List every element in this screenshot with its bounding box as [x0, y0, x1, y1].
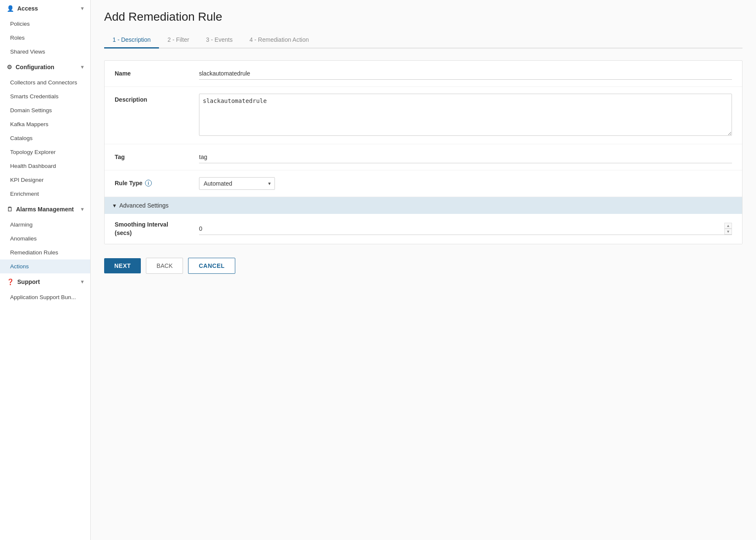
sidebar-item-policies[interactable]: Policies [0, 17, 90, 31]
advanced-settings-header[interactable]: ▾ Advanced Settings [105, 197, 742, 214]
rule-type-select[interactable]: Automated Manual [199, 177, 275, 190]
smoothing-input[interactable] [199, 223, 732, 235]
advanced-settings-label: Advanced Settings [119, 202, 169, 209]
sidebar-item-remediation[interactable]: Remediation Rules [0, 246, 90, 259]
bottom-actions: NEXT BACK CANCEL [104, 258, 743, 274]
rule-type-row: Rule Type i Automated Manual ▾ [105, 170, 742, 197]
sidebar-section-alarms-label: Alarms Management [16, 206, 74, 213]
person-icon: 👤 [7, 5, 14, 12]
sidebar-item-kafka[interactable]: Kafka Mappers [0, 117, 90, 131]
sidebar-section-support-label: Support [17, 278, 40, 285]
sidebar-section-access-label: Access [17, 5, 38, 12]
sidebar-item-domain[interactable]: Domain Settings [0, 103, 90, 117]
smoothing-input-wrapper: ▲ ▼ [199, 223, 732, 235]
sidebar-section-support[interactable]: ❓ Support ▾ [0, 273, 90, 290]
main-content: Add Remediation Rule 1 - Description 2 -… [91, 0, 756, 540]
rule-type-label: Rule Type i [115, 177, 199, 186]
description-row: Description slackautomatedrule [105, 87, 742, 144]
smoothing-label: Smoothing Interval(secs) [115, 221, 199, 237]
next-button[interactable]: NEXT [104, 258, 141, 273]
sidebar-item-shared-views[interactable]: Shared Views [0, 45, 90, 59]
description-label: Description [115, 94, 199, 103]
name-label: Name [115, 68, 199, 77]
sidebar-item-anomalies[interactable]: Anomalies [0, 232, 90, 246]
sidebar-item-actions[interactable]: Actions [0, 259, 90, 273]
sidebar-item-catalogs[interactable]: Catalogs [0, 131, 90, 145]
sidebar-item-roles[interactable]: Roles [0, 31, 90, 45]
support-chevron-icon: ▾ [81, 279, 83, 285]
tab-filter[interactable]: 2 - Filter [159, 32, 197, 49]
tag-control [199, 151, 732, 163]
form-container: Name Description slackautomatedrule Tag … [104, 60, 743, 244]
sidebar-item-smarts[interactable]: Smarts Credentials [0, 89, 90, 103]
sidebar-section-alarms[interactable]: 🗒 Alarms Management ▾ [0, 201, 90, 218]
tabs-container: 1 - Description 2 - Filter 3 - Events 4 … [104, 32, 743, 49]
tab-remediation-action[interactable]: 4 - Remediation Action [241, 32, 317, 49]
advanced-settings-chevron-icon: ▾ [113, 202, 116, 209]
back-button[interactable]: BACK [146, 258, 183, 274]
sidebar-item-topology[interactable]: Topology Explorer [0, 145, 90, 159]
rule-type-select-wrapper: Automated Manual ▾ [199, 177, 275, 190]
configuration-chevron-icon: ▾ [81, 64, 83, 70]
sidebar-item-health[interactable]: Health Dashboard [0, 159, 90, 173]
access-chevron-icon: ▾ [81, 5, 83, 11]
tag-row: Tag [105, 144, 742, 170]
tab-events[interactable]: 3 - Events [198, 32, 241, 49]
tab-description[interactable]: 1 - Description [104, 32, 159, 49]
advanced-settings-body: Smoothing Interval(secs) ▲ ▼ [105, 214, 742, 244]
sidebar-item-app-support[interactable]: Application Support Bun... [0, 290, 90, 304]
spinner-buttons: ▲ ▼ [724, 223, 732, 235]
sidebar-item-enrichment[interactable]: Enrichment [0, 187, 90, 201]
alarms-icon: 🗒 [7, 206, 13, 213]
spinner-up-button[interactable]: ▲ [724, 223, 732, 229]
tag-input[interactable] [199, 151, 732, 163]
tag-label: Tag [115, 151, 199, 160]
sidebar-section-configuration-label: Configuration [16, 64, 54, 70]
name-control [199, 68, 732, 80]
sidebar-item-collectors[interactable]: Collectors and Connectors [0, 76, 90, 89]
gear-icon: ⚙ [7, 64, 12, 70]
name-row: Name [105, 61, 742, 87]
sidebar-item-kpi[interactable]: KPI Designer [0, 173, 90, 187]
sidebar-section-access[interactable]: 👤 Access ▾ [0, 0, 90, 17]
sidebar-section-configuration[interactable]: ⚙ Configuration ▾ [0, 59, 90, 76]
name-input[interactable] [199, 68, 732, 80]
advanced-settings-section: ▾ Advanced Settings Smoothing Interval(s… [105, 197, 742, 244]
sidebar: 👤 Access ▾ Policies Roles Shared Views ⚙… [0, 0, 91, 540]
support-icon: ❓ [7, 278, 14, 285]
sidebar-item-alarming[interactable]: Alarming [0, 218, 90, 232]
page-title: Add Remediation Rule [104, 10, 743, 24]
cancel-button[interactable]: CANCEL [188, 258, 235, 274]
rule-type-info-icon[interactable]: i [145, 180, 152, 186]
spinner-down-button[interactable]: ▼ [724, 229, 732, 235]
rule-type-control: Automated Manual ▾ [199, 177, 732, 190]
alarms-chevron-icon: ▾ [81, 206, 83, 212]
description-input[interactable]: slackautomatedrule [199, 94, 732, 136]
description-control: slackautomatedrule [199, 94, 732, 137]
